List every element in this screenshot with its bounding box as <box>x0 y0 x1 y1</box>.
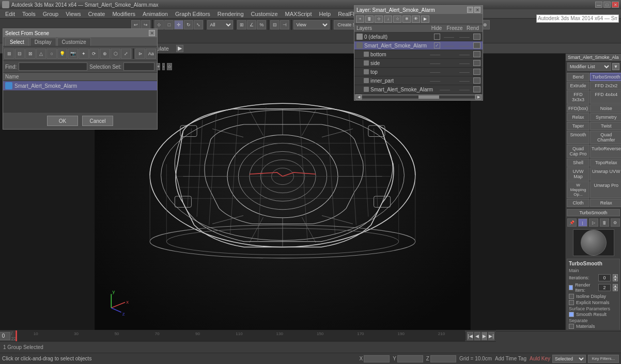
menu-group[interactable]: Group <box>40 10 62 18</box>
select-item-smart-alert[interactable]: Smart_Alert_Smoke_Alarm <box>3 81 157 90</box>
modifier-relax[interactable]: Relax <box>567 113 589 121</box>
modifier-ffdbox[interactable]: FFD(box) <box>567 104 589 113</box>
mod-stack-pin-btn[interactable]: 📌 <box>567 218 577 227</box>
frame-number-input[interactable] <box>0 332 10 340</box>
modifier-turboreverse[interactable]: TurboReverse <box>590 145 621 158</box>
materials-checkbox[interactable] <box>569 324 574 329</box>
play-btn[interactable]: ▶ <box>482 332 488 340</box>
layers-delete-btn[interactable]: 🗑 <box>365 15 374 23</box>
y-coord-input[interactable] <box>397 355 423 362</box>
menu-customize[interactable]: Customize <box>248 10 281 18</box>
render-iters-down[interactable]: ▼ <box>613 288 618 291</box>
isoline-checkbox[interactable] <box>569 294 574 299</box>
render-iters-up[interactable]: ▲ <box>613 284 618 288</box>
z-coord-input[interactable] <box>430 355 456 362</box>
select-shape-btn[interactable]: ○ <box>46 49 57 59</box>
layers-add-btn[interactable]: + <box>356 15 364 23</box>
selected-dropdown[interactable]: Selected <box>552 355 586 363</box>
modifier-turbosmooth[interactable]: TurboSmooth <box>590 73 621 81</box>
rotate-button[interactable]: ↻ <box>184 20 193 29</box>
select-dialog-close-btn[interactable]: ✕ <box>149 30 155 36</box>
layer-rend-inner[interactable] <box>473 77 480 84</box>
modifier-unwrap-pro[interactable]: Unwrap Pro <box>590 181 621 198</box>
layers-scroll-thumb[interactable] <box>418 96 439 99</box>
selection-set-add-btn[interactable]: + <box>157 63 160 70</box>
render-iters-checkbox[interactable] <box>569 285 573 290</box>
select-cancel-btn[interactable]: Cancel <box>82 116 113 126</box>
layer-row-smart-alert[interactable]: Smart_Alert_Smoke_Alarm ✓ —— —— <box>354 41 483 50</box>
layer-rend-side[interactable] <box>473 60 480 66</box>
snap-percent-button[interactable]: % <box>257 20 266 29</box>
layer-row-bottom[interactable]: bottom —— —— <box>354 50 483 59</box>
layer-row-smart-alert-child[interactable]: Smart_Alert_Smoke_Alarm —— —— <box>354 85 483 94</box>
select-all-btn[interactable]: ⊞ <box>4 49 14 59</box>
menu-create[interactable]: Create <box>85 10 108 18</box>
mod-stack-show-btn[interactable]: ▷ <box>589 218 598 227</box>
align-button[interactable]: ⊟ <box>270 20 280 29</box>
iterations-down[interactable]: ▼ <box>613 278 618 281</box>
modifier-shell[interactable]: Shell <box>567 159 589 167</box>
close-button[interactable]: ✕ <box>612 2 619 8</box>
select-region-button[interactable]: □ <box>164 20 174 29</box>
modifier-toporelax[interactable]: TopoRelax <box>590 159 621 167</box>
mod-stack-config-btn[interactable]: ⚙ <box>611 218 620 227</box>
select-tab-display[interactable]: Display <box>30 38 56 46</box>
sub-toolbar-options[interactable]: ▶ <box>176 45 183 52</box>
layer-row-default[interactable]: 0 (default) —— —— <box>354 33 483 41</box>
modifier-noise[interactable]: Noise <box>590 104 621 113</box>
layer-rend-child[interactable] <box>473 86 480 92</box>
mirror-button[interactable]: ⊣ <box>280 20 289 29</box>
modifier-symmetry[interactable]: Symmetry <box>590 113 621 121</box>
layers-highlight-btn[interactable]: ☆ <box>393 15 401 23</box>
modifier-ffd3x3x3[interactable]: FFD 3x3x3 <box>567 90 589 104</box>
menu-graph-editors[interactable]: Graph Editors <box>172 10 213 18</box>
layers-scroll-left[interactable]: ◀ <box>355 94 362 100</box>
layers-select-btn[interactable]: ⊹ <box>375 15 383 23</box>
modifier-list-dropdown[interactable]: Modifier List <box>567 62 611 71</box>
render-iters-input[interactable] <box>598 284 611 291</box>
select-tab-select[interactable]: Select <box>5 38 29 46</box>
selection-set-del-btn[interactable]: - <box>162 63 165 70</box>
modifier-taper[interactable]: Taper <box>567 122 589 130</box>
select-display-subtree-btn[interactable]: ⊳ <box>135 49 146 59</box>
select-dialog-title-bar[interactable]: Select From Scene ✕ <box>3 29 157 37</box>
modifier-relax2[interactable]: Relax <box>590 199 621 207</box>
layers-freeze-all-btn[interactable]: ❄ <box>402 15 411 23</box>
menu-animation[interactable]: Animation <box>139 10 171 18</box>
ref-coord-dropdown[interactable]: All <box>207 20 233 29</box>
play-prev-btn[interactable]: ◀ <box>474 332 480 340</box>
modifier-bend[interactable]: Bend <box>567 73 589 81</box>
mod-stack-remove-btn[interactable]: 🗑 <box>600 218 609 227</box>
layer-row-side[interactable]: side —— —— <box>354 59 483 68</box>
select-warp-btn[interactable]: ⟳ <box>89 49 100 59</box>
modifier-uvw-map[interactable]: UVW Map <box>567 167 589 181</box>
select-camera-btn[interactable]: 📷 <box>68 49 78 59</box>
play-first-btn[interactable]: |◀ <box>467 332 473 340</box>
explicit-normals-checkbox[interactable] <box>569 300 574 305</box>
modifier-unwrap-uvw[interactable]: Unwrap UVW <box>590 167 621 181</box>
layer-row-top[interactable]: top —— —— <box>354 68 483 76</box>
selection-set-highlight-btn[interactable]: ☆ <box>167 63 172 70</box>
selection-set-input[interactable] <box>123 62 154 71</box>
select-invert-btn[interactable]: ⊠ <box>25 49 36 59</box>
snap-button[interactable]: ⊞ <box>237 20 246 29</box>
menu-views[interactable]: Views <box>63 10 84 18</box>
menu-rendering[interactable]: Rendering <box>214 10 247 18</box>
layers-add-selected-btn[interactable]: ↓ <box>384 15 392 23</box>
select-helper-btn[interactable]: ✦ <box>79 49 89 59</box>
menu-help[interactable]: Help <box>316 10 334 18</box>
layers-scrollbar[interactable]: ◀ ▶ <box>354 94 483 100</box>
move-button[interactable]: ✛ <box>174 20 183 29</box>
menu-modifiers[interactable]: Modifiers <box>109 10 138 18</box>
minimize-button[interactable]: — <box>595 2 602 8</box>
modifier-quad-cap-pro[interactable]: Quad Cap Pro <box>567 145 589 158</box>
timeline-position-indicator[interactable] <box>15 330 17 342</box>
layers-close-btn[interactable]: ✕ <box>474 7 480 13</box>
menu-edit[interactable]: Edit <box>2 10 18 18</box>
modifier-ffd4x4x4[interactable]: FFD 4x4x4 <box>590 90 621 104</box>
modifier-ffd2x2x2[interactable]: FFD 2x2x2 <box>590 82 621 90</box>
iterations-up[interactable]: ▲ <box>613 274 618 278</box>
maximize-button[interactable]: □ <box>603 2 611 8</box>
layers-help-btn[interactable]: ? <box>467 7 473 13</box>
modifier-list-expand-btn[interactable]: ▼ <box>612 63 619 70</box>
